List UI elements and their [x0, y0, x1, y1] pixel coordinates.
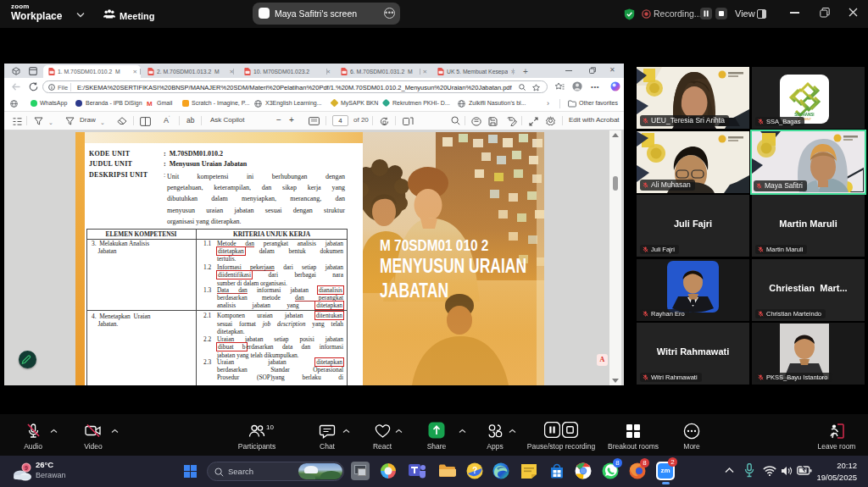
svg-text:9: 9 — [25, 465, 28, 471]
svg-text:?: ? — [472, 466, 477, 475]
